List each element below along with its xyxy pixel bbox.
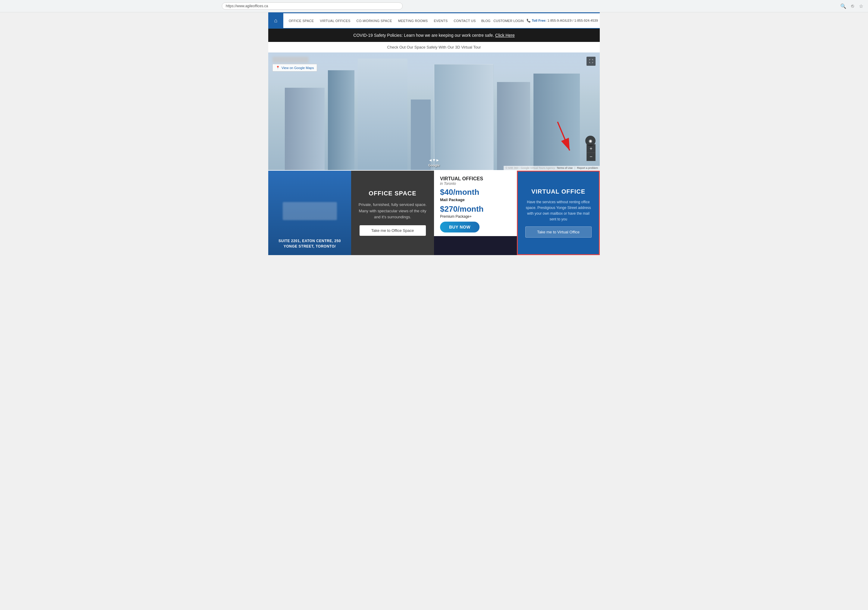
building-2 [328,70,355,170]
price-2-desc: Premium Package+ [440,214,511,219]
phone-icon: 📞 [527,19,531,22]
panorama-footer: © MIB 360 - Google Virtual Tours Agency … [504,166,600,170]
browser-icons: 🔍 ⎋ ☆ [840,3,863,9]
url-text: https://www.agileoffices.ca [226,4,268,8]
home-icon: ⌂ [274,17,277,24]
fullscreen-icon: ⛶ [589,59,593,64]
google-maps-label: View on Google Maps [282,66,314,70]
browser-chrome: https://www.agileoffices.ca 🔍 ⎋ ☆ [0,0,868,12]
page-wrapper: ⌂ OFFICE SPACE VIRTUAL OFFICES CO-WORKIN… [268,12,600,255]
nav-co-working[interactable]: CO-WORKING SPACE [353,14,395,28]
share-icon[interactable]: ⎋ [851,3,854,9]
nav-meeting-rooms[interactable]: MEETING ROOMS [395,14,431,28]
card-location: SUITE 2201, EATON CENTRE, 250 YONGE STRE… [268,171,351,255]
navigation: ⌂ OFFICE SPACE VIRTUAL OFFICES CO-WORKIN… [268,13,600,29]
zoom-out-button[interactable]: − [586,152,595,161]
view-google-maps-btn[interactable]: 📍 View on Google Maps [273,64,317,71]
zoom-controls: + − [586,144,595,161]
virtual-office-title: VIRTUAL OFFICE [532,188,585,195]
card-virtual-promo: VIRTUAL OFFICES in Toronto $40/month Mai… [434,171,517,255]
nav-virtual-offices[interactable]: VIRTUAL OFFICES [317,14,353,28]
bookmark-icon[interactable]: ☆ [859,3,863,9]
virtual-offices-sublabel: in Toronto [440,182,511,186]
covid-text: COVID-19 Safety Policies: Learn how we a… [353,33,494,38]
navigation-arrows: ◂▾▸ [429,157,439,163]
covid-click-here[interactable]: Click Here [495,33,515,38]
card-virtual-office: VIRTUAL OFFICE Have the services without… [517,171,600,255]
panorama-viewer[interactable]: 📍 View on Google Maps ⛶ ◉ + − [268,53,600,170]
virtual-offices-label: VIRTUAL OFFICES [440,176,511,182]
take-me-to-virtual-office-button[interactable]: Take me to Virtual Office [525,227,592,237]
take-me-to-office-space-button[interactable]: Take me to Office Space [360,225,426,236]
card-office-space: OFFICE SPACE Private, furnished, fully s… [351,171,434,255]
phone-number: 1-855-9-AGILE9 / 1-855-924-4539 [547,19,598,22]
virtual-office-description: Have the services without renting office… [525,199,592,222]
zoom-icon[interactable]: 🔍 [840,3,846,9]
url-bar[interactable]: https://www.agileoffices.ca [222,2,403,10]
copyright-text: © MIB 360 - Google Virtual Tours Agency [505,166,555,169]
google-label: Google [428,163,440,167]
nav-links: OFFICE SPACE VIRTUAL OFFICES CO-WORKING … [283,14,481,28]
address-bar-blur [273,57,308,63]
nav-blog[interactable]: BLOG [481,19,491,23]
footer-separator: | [575,166,575,169]
nav-events[interactable]: EVENTS [431,14,451,28]
compass-icon: ◉ [589,138,592,143]
virtual-tour-subtitle: Check Out Our Space Safely With Our 3D V… [387,45,481,50]
office-space-title: OFFICE SPACE [369,190,416,197]
logo-blur [283,202,337,220]
google-branding: ◂▾▸ Google [428,157,440,167]
building-4 [411,99,431,170]
nav-contact-us[interactable]: CONTACT US [451,14,479,28]
toll-free-info: 📞 Toll Free: 1-855-9-AGILE9 / 1-855-924-… [527,19,598,23]
report-problem-link[interactable]: Report a problem [577,166,598,169]
toll-free-label: Toll Free: [532,19,546,22]
nav-right: BLOG CUSTOMER LOGIN 📞 Toll Free: 1-855-9… [481,19,601,23]
buy-now-button[interactable]: BUY NOW [440,222,479,233]
virtual-tour-notice: Check Out Our Space Safely With Our 3D V… [268,42,600,53]
map-pin-icon: 📍 [276,66,280,70]
building-3 [358,59,408,170]
price-2: $270/month [440,205,511,214]
price-1-desc: Mail Package [440,197,511,202]
nav-office-space[interactable]: OFFICE SPACE [286,14,317,28]
bottom-cards: SUITE 2201, EATON CENTRE, 250 YONGE STRE… [268,171,600,255]
building-7 [533,74,580,170]
zoom-in-button[interactable]: + [586,144,595,152]
terms-of-use-link[interactable]: Terms of Use [556,166,573,169]
covid-banner: COVID-19 Safety Policies: Learn how we a… [268,29,600,42]
office-space-description: Private, furnished, fully serviced space… [358,202,427,220]
price-1: $40/month [440,188,511,197]
fullscreen-button[interactable]: ⛶ [586,57,595,66]
location-address: SUITE 2201, EATON CENTRE, 250 YONGE STRE… [274,238,345,249]
building-1 [285,88,325,170]
home-button[interactable]: ⌂ [268,13,283,28]
promo-top-section: VIRTUAL OFFICES in Toronto $40/month Mai… [434,171,517,236]
nav-customer-login[interactable]: CUSTOMER LOGIN [493,19,524,23]
building-5 [434,64,494,170]
panorama-background [268,53,600,170]
zoom-in-icon: + [589,146,592,151]
building-6 [497,82,530,170]
zoom-out-icon: − [589,154,592,160]
